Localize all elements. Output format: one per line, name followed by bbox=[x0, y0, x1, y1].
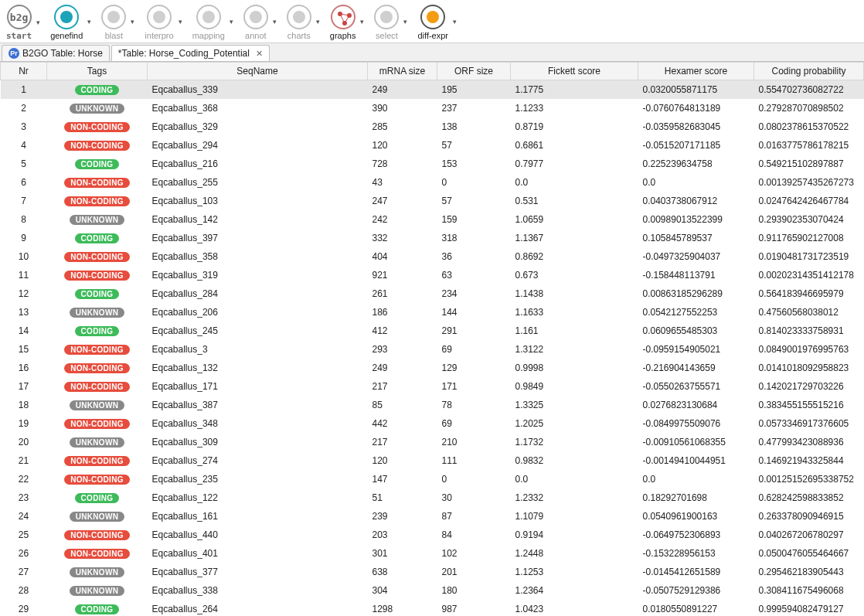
toolbar-select-dropdown[interactable]: ▾ bbox=[403, 18, 411, 26]
cell-fickett: 1.1732 bbox=[511, 433, 638, 451]
toolbar-mapping-dropdown[interactable]: ▾ bbox=[230, 18, 237, 26]
cell-nr: 11 bbox=[1, 266, 47, 284]
table-row[interactable]: 24UNKNOWNEqcaballus_161239871.10790.0540… bbox=[1, 507, 864, 526]
cell-mrna: 728 bbox=[368, 155, 437, 173]
toolbar-start-dropdown[interactable]: ▾ bbox=[36, 19, 44, 26]
tag-badge: NON-CODING bbox=[64, 271, 130, 281]
table-row[interactable]: 22NON-CODINGEqcaballus_23514700.00.00.00… bbox=[1, 470, 864, 488]
cell-fickett: 1.3122 bbox=[511, 340, 638, 359]
table-row[interactable]: 5CODINGEqcaballus_2167281530.79770.22523… bbox=[1, 155, 864, 173]
toolbar: b2gstart▾genefind▾blast▾interpro▾mapping… bbox=[0, 0, 864, 43]
cell-mrna: 638 bbox=[368, 563, 437, 581]
cell-hexamer: -0.0145412651589 bbox=[638, 563, 754, 581]
toolbar-blast-dropdown[interactable]: ▾ bbox=[131, 18, 138, 26]
table-row[interactable]: 20UNKNOWNEqcaballus_3092172101.1732-0.00… bbox=[1, 433, 864, 451]
table-row[interactable]: 2UNKNOWNEqcaballus_3683902371.1233-0.076… bbox=[1, 99, 864, 117]
table-row[interactable]: 1CODINGEqcaballus_3392491951.17750.03200… bbox=[1, 80, 864, 99]
cell-tags: NON-CODING bbox=[47, 470, 148, 488]
table-row[interactable]: 9CODINGEqcaballus_3973323181.13670.10584… bbox=[1, 229, 864, 247]
table-row[interactable]: 3NON-CODINGEqcaballus_3292851380.8719-0.… bbox=[1, 117, 864, 136]
table-row[interactable]: 13UNKNOWNEqcaballus_2061861441.16330.054… bbox=[1, 303, 864, 322]
toolbar-blast-button: blast bbox=[98, 3, 129, 40]
table-row[interactable]: 6NON-CODINGEqcaballus_2554300.00.00.0013… bbox=[1, 173, 864, 192]
table-row[interactable]: 15NON-CODINGEqcaballus_3293691.3122-0.09… bbox=[1, 340, 864, 359]
tab[interactable]: PrB2GO Table: Horse bbox=[2, 45, 110, 61]
cell-mrna: 390 bbox=[368, 99, 437, 117]
cell-nr: 24 bbox=[1, 507, 47, 526]
toolbar-graphs-dropdown[interactable]: ▾ bbox=[360, 18, 368, 26]
table-row[interactable]: 11NON-CODINGEqcaballus_319921630.673-0.1… bbox=[1, 266, 864, 284]
column-header[interactable]: Nr bbox=[1, 63, 47, 80]
cell-tags: NON-CODING bbox=[47, 359, 148, 377]
toolbar-genefind-dropdown[interactable]: ▾ bbox=[87, 18, 95, 26]
toolbar-diff-expr-button[interactable]: diff-expr bbox=[414, 3, 451, 40]
table-row[interactable]: 23CODINGEqcaballus_12251301.23320.182927… bbox=[1, 488, 864, 507]
cell-seqname: Eqcaballus_348 bbox=[148, 414, 368, 433]
toolbar-diff-expr-dropdown[interactable]: ▾ bbox=[453, 18, 461, 26]
table-row[interactable]: 25NON-CODINGEqcaballus_440203840.9194-0.… bbox=[1, 526, 864, 544]
column-header[interactable]: mRNA size bbox=[368, 63, 437, 80]
tag-badge: UNKNOWN bbox=[70, 567, 124, 577]
toolbar-charts-button: charts bbox=[284, 3, 315, 40]
cell-nr: 18 bbox=[1, 396, 47, 414]
cell-seqname: Eqcaballus_294 bbox=[148, 136, 368, 155]
column-header[interactable]: Tags bbox=[47, 63, 148, 80]
table-row[interactable]: 4NON-CODINGEqcaballus_294120570.6861-0.0… bbox=[1, 136, 864, 155]
toolbar-genefind-button[interactable]: genefind bbox=[47, 3, 86, 40]
table-row[interactable]: 17NON-CODINGEqcaballus_1712171710.9849-0… bbox=[1, 377, 864, 396]
cell-nr: 15 bbox=[1, 340, 47, 359]
table-row[interactable]: 14CODINGEqcaballus_2454122911.1610.06096… bbox=[1, 322, 864, 340]
table-row[interactable]: 8UNKNOWNEqcaballus_1422421591.06590.0098… bbox=[1, 210, 864, 229]
cell-hexamer: 0.225239634758 bbox=[638, 155, 754, 173]
cell-mrna: 293 bbox=[368, 340, 437, 359]
cell-fickett: 1.0423 bbox=[511, 600, 638, 617]
table-row[interactable]: 27UNKNOWNEqcaballus_3776382011.1253-0.01… bbox=[1, 563, 864, 581]
table-row[interactable]: 16NON-CODINGEqcaballus_1322491290.9998-0… bbox=[1, 359, 864, 377]
cell-prob: 0.146921943325844 bbox=[754, 451, 864, 470]
tag-badge: NON-CODING bbox=[64, 530, 130, 540]
toolbar-annot-dropdown[interactable]: ▾ bbox=[273, 18, 281, 26]
toolbar-select-button: select bbox=[371, 3, 402, 40]
cell-prob: 0.308411675496068 bbox=[754, 581, 864, 600]
column-header[interactable]: Hexamer score bbox=[638, 63, 754, 80]
cell-fickett: 1.0659 bbox=[511, 210, 638, 229]
table-row[interactable]: 18UNKNOWNEqcaballus_38785781.33250.02768… bbox=[1, 396, 864, 414]
close-icon[interactable]: ✕ bbox=[256, 49, 263, 59]
cell-mrna: 332 bbox=[368, 229, 437, 247]
tab[interactable]: *Table: Horse_Coding_Potential✕ bbox=[111, 45, 270, 61]
table-row[interactable]: 12CODINGEqcaballus_2842612341.14380.0086… bbox=[1, 284, 864, 303]
table-row[interactable]: 26NON-CODINGEqcaballus_4013011021.2448-0… bbox=[1, 544, 864, 563]
cell-prob: 0.911765902127008 bbox=[754, 229, 864, 247]
cell-tags: UNKNOWN bbox=[47, 303, 148, 322]
cell-mrna: 242 bbox=[368, 210, 437, 229]
table-row[interactable]: 7NON-CODINGEqcaballus_103247570.5310.040… bbox=[1, 192, 864, 210]
cell-seqname: Eqcaballus_319 bbox=[148, 266, 368, 284]
column-header[interactable]: Fickett score bbox=[511, 63, 638, 80]
toolbar-graphs-button[interactable]: graphs bbox=[327, 3, 359, 40]
cell-nr: 29 bbox=[1, 600, 47, 617]
cell-orf: 78 bbox=[437, 396, 511, 414]
table-row[interactable]: 29CODINGEqcaballus_26412989871.04230.018… bbox=[1, 600, 864, 617]
cell-orf: 87 bbox=[437, 507, 511, 526]
cell-tags: NON-CODING bbox=[47, 173, 148, 192]
toolbar-charts-dropdown[interactable]: ▾ bbox=[316, 18, 324, 26]
column-header[interactable]: SeqName bbox=[148, 63, 368, 80]
cell-orf: 111 bbox=[437, 451, 511, 470]
toolbar-interpro-dropdown[interactable]: ▾ bbox=[179, 18, 186, 26]
cell-seqname: Eqcaballus_329 bbox=[148, 117, 368, 136]
cell-hexamer: -0.0959154905021 bbox=[638, 340, 754, 359]
cell-hexamer: -0.00910561068355 bbox=[638, 433, 754, 451]
cell-nr: 6 bbox=[1, 173, 47, 192]
column-header[interactable]: Coding probability bbox=[754, 63, 864, 80]
cell-hexamer: -0.0649752306893 bbox=[638, 526, 754, 544]
cell-fickett: 1.1438 bbox=[511, 284, 638, 303]
table-row[interactable]: 19NON-CODINGEqcaballus_348442691.2025-0.… bbox=[1, 414, 864, 433]
column-header[interactable]: ORF size bbox=[437, 63, 511, 80]
toolbar-start-button[interactable]: b2gstart bbox=[3, 3, 35, 41]
cell-mrna: 147 bbox=[368, 470, 437, 488]
tab-title: *Table: Horse_Coding_Potential bbox=[118, 48, 250, 59]
table-row[interactable]: 21NON-CODINGEqcaballus_2741201110.9832-0… bbox=[1, 451, 864, 470]
table-row[interactable]: 10NON-CODINGEqcaballus_358404360.8692-0.… bbox=[1, 247, 864, 266]
table-row[interactable]: 28UNKNOWNEqcaballus_3383041801.2364-0.05… bbox=[1, 581, 864, 600]
cell-nr: 26 bbox=[1, 544, 47, 563]
